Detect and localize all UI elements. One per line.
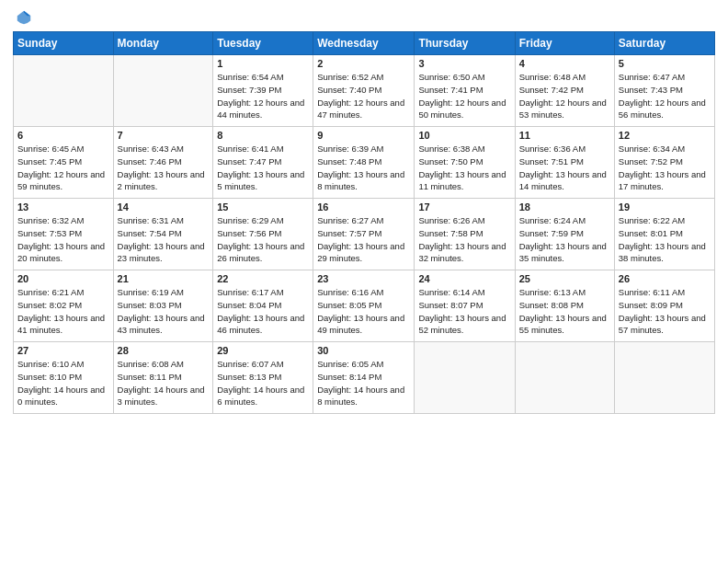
day-detail: Sunrise: 6:10 AMSunset: 8:10 PMDaylight:… <box>17 358 109 408</box>
day-detail: Sunrise: 6:16 AMSunset: 8:05 PMDaylight:… <box>317 286 410 337</box>
day-number: 7 <box>118 130 210 141</box>
day-detail: Sunrise: 6:11 AMSunset: 8:09 PMDaylight:… <box>619 286 711 337</box>
sunset-text: Sunset: 8:09 PM <box>619 299 711 312</box>
calendar-cell: 3Sunrise: 6:50 AMSunset: 7:41 PMDaylight… <box>415 55 515 127</box>
calendar-cell: 14Sunrise: 6:31 AMSunset: 7:54 PMDayligh… <box>113 199 213 270</box>
calendar-cell: 26Sunrise: 6:11 AMSunset: 8:09 PMDayligh… <box>614 270 714 342</box>
day-number: 27 <box>17 345 109 356</box>
sunset-text: Sunset: 8:01 PM <box>619 227 711 240</box>
calendar-cell: 28Sunrise: 6:08 AMSunset: 8:11 PMDayligh… <box>113 342 213 414</box>
day-detail: Sunrise: 6:43 AMSunset: 7:46 PMDaylight:… <box>118 143 210 193</box>
sunset-text: Sunset: 8:10 PM <box>17 371 109 384</box>
sunset-text: Sunset: 8:11 PM <box>118 371 210 384</box>
day-detail: Sunrise: 6:17 AMSunset: 8:04 PMDaylight:… <box>217 286 309 337</box>
sunrise-text: Sunrise: 6:32 AM <box>17 214 109 227</box>
sunrise-text: Sunrise: 6:39 AM <box>317 143 410 155</box>
sunrise-text: Sunrise: 6:26 AM <box>418 214 510 227</box>
sunrise-text: Sunrise: 6:50 AM <box>418 71 510 84</box>
day-number: 30 <box>317 345 410 356</box>
day-detail: Sunrise: 6:39 AMSunset: 7:48 PMDaylight:… <box>317 143 410 193</box>
daylight-text: Daylight: 13 hours and 52 minutes. <box>418 312 510 338</box>
sunset-text: Sunset: 7:42 PM <box>519 84 610 97</box>
weekday-header: Sunday <box>14 32 114 55</box>
day-detail: Sunrise: 6:21 AMSunset: 8:02 PMDaylight:… <box>17 286 109 337</box>
day-detail: Sunrise: 6:34 AMSunset: 7:52 PMDaylight:… <box>619 143 711 193</box>
calendar-cell <box>113 55 213 127</box>
calendar-cell: 1Sunrise: 6:54 AMSunset: 7:39 PMDaylight… <box>213 55 313 127</box>
calendar-cell: 18Sunrise: 6:24 AMSunset: 7:59 PMDayligh… <box>515 199 614 270</box>
sunrise-text: Sunrise: 6:08 AM <box>118 358 210 371</box>
calendar-cell: 10Sunrise: 6:38 AMSunset: 7:50 PMDayligh… <box>415 127 515 199</box>
weekday-header: Saturday <box>614 32 714 55</box>
sunrise-text: Sunrise: 6:24 AM <box>519 214 610 227</box>
day-number: 19 <box>619 201 711 213</box>
day-number: 8 <box>217 130 309 141</box>
weekday-header: Wednesday <box>313 32 415 55</box>
page: SundayMondayTuesdayWednesdayThursdayFrid… <box>0 0 728 563</box>
sunrise-text: Sunrise: 6:14 AM <box>418 286 510 299</box>
sunrise-text: Sunrise: 6:05 AM <box>317 358 410 371</box>
day-detail: Sunrise: 6:54 AMSunset: 7:39 PMDaylight:… <box>217 71 309 121</box>
day-number: 12 <box>619 130 711 141</box>
calendar-cell: 19Sunrise: 6:22 AMSunset: 8:01 PMDayligh… <box>614 199 714 270</box>
day-detail: Sunrise: 6:47 AMSunset: 7:43 PMDaylight:… <box>619 71 711 121</box>
sunrise-text: Sunrise: 6:13 AM <box>519 286 610 299</box>
sunset-text: Sunset: 8:03 PM <box>118 299 210 312</box>
day-number: 16 <box>317 201 410 213</box>
sunset-text: Sunset: 7:45 PM <box>17 155 109 168</box>
daylight-text: Daylight: 13 hours and 20 minutes. <box>17 240 109 266</box>
calendar-cell: 13Sunrise: 6:32 AMSunset: 7:53 PMDayligh… <box>14 199 114 270</box>
daylight-text: Daylight: 12 hours and 53 minutes. <box>519 97 610 122</box>
header <box>13 9 715 26</box>
sunset-text: Sunset: 7:50 PM <box>418 155 510 168</box>
sunrise-text: Sunrise: 6:16 AM <box>317 286 410 299</box>
sunrise-text: Sunrise: 6:36 AM <box>519 143 610 155</box>
day-detail: Sunrise: 6:45 AMSunset: 7:45 PMDaylight:… <box>17 143 109 193</box>
calendar-week-row: 1Sunrise: 6:54 AMSunset: 7:39 PMDaylight… <box>14 55 715 127</box>
day-number: 28 <box>118 345 210 356</box>
calendar-cell: 17Sunrise: 6:26 AMSunset: 7:58 PMDayligh… <box>415 199 515 270</box>
calendar-cell: 5Sunrise: 6:47 AMSunset: 7:43 PMDaylight… <box>614 55 714 127</box>
day-detail: Sunrise: 6:14 AMSunset: 8:07 PMDaylight:… <box>418 286 510 337</box>
day-number: 3 <box>418 58 510 69</box>
calendar-cell: 22Sunrise: 6:17 AMSunset: 8:04 PMDayligh… <box>213 270 313 342</box>
calendar-cell: 27Sunrise: 6:10 AMSunset: 8:10 PMDayligh… <box>14 342 114 414</box>
sunrise-text: Sunrise: 6:19 AM <box>118 286 210 299</box>
sunrise-text: Sunrise: 6:11 AM <box>619 286 711 299</box>
daylight-text: Daylight: 13 hours and 38 minutes. <box>619 240 711 266</box>
day-number: 29 <box>217 345 309 356</box>
sunrise-text: Sunrise: 6:52 AM <box>317 71 410 84</box>
daylight-text: Daylight: 13 hours and 14 minutes. <box>519 168 610 194</box>
calendar-header-row: SundayMondayTuesdayWednesdayThursdayFrid… <box>14 32 715 55</box>
sunset-text: Sunset: 7:39 PM <box>217 84 309 97</box>
day-number: 24 <box>418 273 510 284</box>
calendar-table: SundayMondayTuesdayWednesdayThursdayFrid… <box>13 31 715 414</box>
calendar-week-row: 6Sunrise: 6:45 AMSunset: 7:45 PMDaylight… <box>14 127 715 199</box>
calendar-cell: 4Sunrise: 6:48 AMSunset: 7:42 PMDaylight… <box>515 55 614 127</box>
sunrise-text: Sunrise: 6:54 AM <box>217 71 309 84</box>
sunrise-text: Sunrise: 6:41 AM <box>217 143 309 155</box>
daylight-text: Daylight: 13 hours and 41 minutes. <box>17 312 109 338</box>
day-detail: Sunrise: 6:50 AMSunset: 7:41 PMDaylight:… <box>418 71 510 121</box>
calendar-cell <box>515 342 614 414</box>
day-detail: Sunrise: 6:22 AMSunset: 8:01 PMDaylight:… <box>619 214 711 265</box>
daylight-text: Daylight: 13 hours and 29 minutes. <box>317 240 410 266</box>
day-number: 21 <box>118 273 210 284</box>
day-number: 26 <box>619 273 711 284</box>
calendar-cell: 11Sunrise: 6:36 AMSunset: 7:51 PMDayligh… <box>515 127 614 199</box>
calendar-cell: 24Sunrise: 6:14 AMSunset: 8:07 PMDayligh… <box>415 270 515 342</box>
daylight-text: Daylight: 13 hours and 32 minutes. <box>418 240 510 266</box>
calendar-cell: 2Sunrise: 6:52 AMSunset: 7:40 PMDaylight… <box>313 55 415 127</box>
sunset-text: Sunset: 7:48 PM <box>317 155 410 168</box>
daylight-text: Daylight: 13 hours and 57 minutes. <box>619 312 711 338</box>
sunrise-text: Sunrise: 6:47 AM <box>619 71 711 84</box>
day-detail: Sunrise: 6:19 AMSunset: 8:03 PMDaylight:… <box>118 286 210 337</box>
calendar-cell: 21Sunrise: 6:19 AMSunset: 8:03 PMDayligh… <box>113 270 213 342</box>
sunset-text: Sunset: 7:56 PM <box>217 227 309 240</box>
sunrise-text: Sunrise: 6:07 AM <box>217 358 309 371</box>
calendar-cell <box>415 342 515 414</box>
sunset-text: Sunset: 7:57 PM <box>317 227 410 240</box>
weekday-header: Monday <box>113 32 213 55</box>
sunset-text: Sunset: 7:53 PM <box>17 227 109 240</box>
daylight-text: Daylight: 12 hours and 56 minutes. <box>619 97 711 122</box>
